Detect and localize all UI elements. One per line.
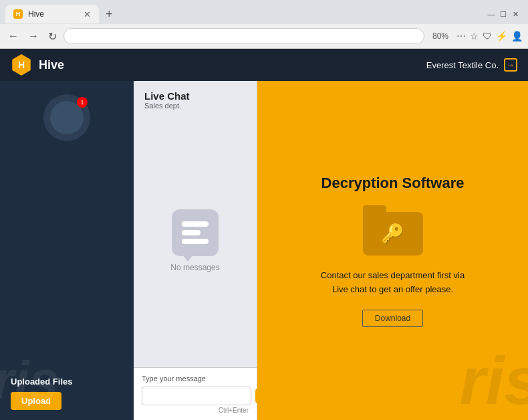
- upload-button[interactable]: Upload: [11, 392, 61, 410]
- sidebar-bottom: Uploaded Files Upload: [0, 366, 134, 420]
- chat-panel: Live Chat Sales dept. No messages Type y…: [134, 81, 257, 420]
- extensions-icon[interactable]: ⋯: [456, 31, 466, 41]
- uploaded-files-label: Uploaded Files: [11, 377, 123, 387]
- main-content: 1 ris Uploaded Files Upload Live Chat Sa…: [0, 81, 528, 420]
- download-button[interactable]: Download: [362, 310, 423, 327]
- chat-line-2: [182, 230, 201, 235]
- url-input[interactable]: [63, 28, 424, 44]
- notification-badge: 1: [77, 97, 88, 108]
- nav-user-area: Everest Textile Co. →: [426, 58, 517, 72]
- tab-bar: H Hive ✕ + — ☐ ✕: [0, 0, 528, 24]
- close-window-button[interactable]: ✕: [511, 9, 520, 19]
- avatar: 1: [43, 94, 90, 141]
- address-bar: ← → ↻ 80% ⋯ ☆ 🛡 ⚡ 👤: [0, 24, 528, 48]
- chat-input-label: Type your message: [142, 375, 249, 383]
- folder-icon: 🔑: [363, 205, 423, 255]
- chat-header: Live Chat Sales dept.: [134, 81, 257, 114]
- decrypt-desc-line1: Contact our sales department first via: [321, 270, 465, 280]
- favorites-icon[interactable]: ☆: [470, 31, 479, 41]
- chat-subtitle: Sales dept.: [144, 102, 246, 110]
- app-logo: H Hive: [11, 54, 64, 76]
- refresh-button[interactable]: ↻: [45, 30, 59, 43]
- window-controls: — ☐ ✕: [487, 9, 523, 19]
- lightning-icon[interactable]: ⚡: [496, 31, 507, 41]
- chat-line-3: [182, 239, 209, 244]
- sidebar: 1 ris Uploaded Files Upload: [0, 81, 134, 420]
- chat-shortcut-hint: Ctrl+Enter: [142, 407, 249, 414]
- app-container: H Hive Everest Textile Co. → 1 ris Uploa…: [0, 49, 528, 420]
- tab-close-button[interactable]: ✕: [84, 9, 91, 19]
- minimize-button[interactable]: —: [487, 9, 496, 19]
- tab-title: Hive: [28, 9, 44, 19]
- app-name: Hive: [39, 58, 64, 72]
- decryption-title: Decryption Software: [321, 175, 465, 192]
- no-messages-label: No messages: [170, 263, 219, 272]
- tab-favicon: H: [13, 9, 23, 19]
- browser-chrome: H Hive ✕ + — ☐ ✕ ← → ↻ 80% ⋯ ☆ 🛡 ⚡ 👤: [0, 0, 528, 49]
- key-icon: 🔑: [381, 223, 404, 245]
- decryption-description: Contact our sales department first via L…: [321, 269, 465, 297]
- active-tab[interactable]: H Hive ✕: [5, 5, 99, 23]
- chat-lines: [176, 216, 214, 249]
- chat-message-input[interactable]: [142, 387, 251, 405]
- app-nav: H Hive Everest Textile Co. →: [0, 49, 528, 81]
- profile-icon[interactable]: 👤: [511, 31, 523, 41]
- decryption-panel: Decryption Software 🔑 Contact our sales …: [257, 81, 528, 420]
- avatar-area: 1: [0, 81, 134, 154]
- decrypt-desc-line2: Live chat to get an offer please.: [332, 284, 453, 294]
- shield-icon[interactable]: 🛡: [483, 31, 492, 41]
- back-button[interactable]: ←: [5, 30, 21, 42]
- forward-button[interactable]: →: [25, 30, 41, 42]
- logo-hexagon: H: [11, 54, 32, 76]
- chat-line-1: [182, 221, 209, 227]
- address-bar-icons: ⋯ ☆ 🛡 ⚡ 👤: [456, 31, 523, 41]
- zoom-level: 80%: [428, 31, 452, 41]
- chat-messages-area: No messages: [134, 114, 257, 367]
- decrypt-watermark: ris: [460, 347, 528, 414]
- username-label: Everest Textile Co.: [426, 60, 499, 70]
- chat-empty-icon: [172, 209, 219, 256]
- restore-button[interactable]: ☐: [499, 9, 508, 19]
- chat-input-row: Send: [142, 387, 249, 405]
- new-tab-button[interactable]: +: [102, 7, 117, 21]
- chat-input-area: Type your message Send Ctrl+Enter: [134, 367, 257, 420]
- logout-button[interactable]: →: [504, 58, 517, 72]
- chat-title: Live Chat: [144, 90, 246, 102]
- folder-body: 🔑: [363, 212, 423, 255]
